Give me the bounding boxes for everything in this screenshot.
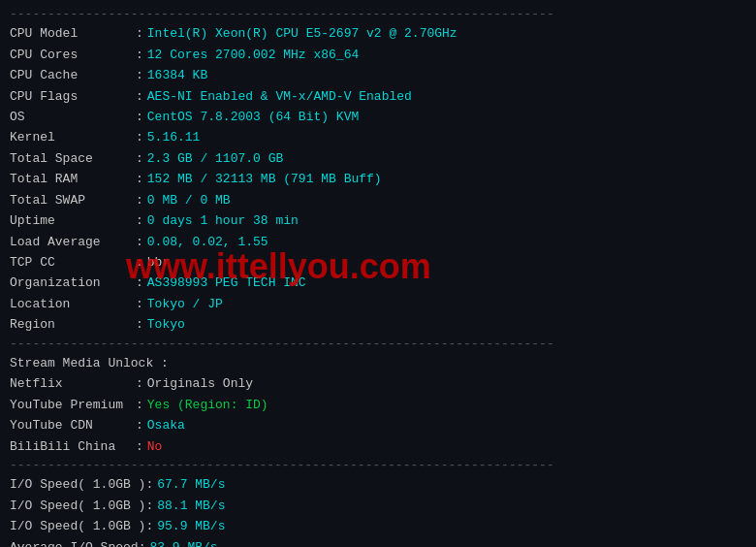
cpu-model-value: Intel(R) Xeon(R) CPU E5-2697 v2 @ 2.70GH… [147,23,457,44]
netflix-label: Netflix [10,373,136,394]
main-container: ----------------------------------------… [10,6,746,547]
uptime-row: Uptime : 0 days 1 hour 38 min [10,210,746,231]
total-space-row: Total Space : 2.3 GB / 1107.0 GB [10,148,746,169]
total-space-value: 2.3 GB / 1107.0 GB [147,148,283,169]
tcp-cc-label: TCP CC [10,252,136,273]
youtube-cdn-value: Osaka [147,415,185,435]
total-ram-value: 152 MB / 32113 MB (791 MB Buff) [147,169,382,189]
avg-io-speed-value: 83.9 MB/s [149,537,217,547]
cpu-cores-row: CPU Cores : 12 Cores 2700.002 MHz x86_64 [10,45,746,65]
avg-io-speed-label: Average I/O Speed [10,537,139,547]
location-label: Location [10,294,136,314]
cpu-cache-value: 16384 KB [147,65,207,85]
location-row: Location : Tokyo / JP [10,294,746,314]
os-label: OS [10,107,136,127]
mid-divider-1: ----------------------------------------… [10,336,746,353]
stream-media-header: Stream Media Unlock : [10,353,169,373]
load-average-label: Load Average [10,232,136,252]
os-row: OS : CentOS 7.8.2003 (64 Bit) KVM [10,107,746,127]
mid-divider-2: ----------------------------------------… [10,457,746,474]
io-speed-2-row: I/O Speed( 1.0GB ) : 88.1 MB/s [10,496,746,516]
total-ram-label: Total RAM [10,169,136,189]
cpu-model-label: CPU Model [10,23,136,44]
cpu-cores-value: 12 Cores 2700.002 MHz x86_64 [147,45,359,65]
kernel-value: 5.16.11 [147,127,201,147]
region-value: Tokyo [147,314,185,335]
youtube-premium-label: YouTube Premium [10,395,136,415]
load-average-value: 0.08, 0.02, 1.55 [147,232,268,252]
region-label: Region [10,314,136,335]
cpu-cache-row: CPU Cache : 16384 KB [10,65,746,85]
total-swap-label: Total SWAP [10,190,136,210]
total-space-label: Total Space [10,148,136,169]
io-speed-3-value: 95.9 MB/s [157,516,225,536]
cpu-cache-label: CPU Cache [10,65,136,85]
region-row: Region : Tokyo [10,314,746,335]
netflix-value: Originals Only [147,373,253,394]
cpu-flags-value: AES-NI Enabled & VM-x/AMD-V Enabled [147,86,412,107]
top-divider: ----------------------------------------… [10,6,746,23]
total-swap-value: 0 MB / 0 MB [147,190,231,210]
organization-value: AS398993 PEG TECH INC [147,273,306,293]
io-speed-2-value: 88.1 MB/s [157,496,225,516]
bilibili-value: No [147,436,163,457]
organization-label: Organization [10,273,136,293]
uptime-label: Uptime [10,210,136,231]
io-speed-3-label: I/O Speed( 1.0GB ) [10,516,145,536]
youtube-premium-row: YouTube Premium : Yes (Region: ID) [10,395,746,415]
load-average-row: Load Average : 0.08, 0.02, 1.55 [10,232,746,252]
tcp-cc-value: bbr [147,252,170,273]
cpu-flags-row: CPU Flags : AES-NI Enabled & VM-x/AMD-V … [10,86,746,107]
total-ram-row: Total RAM : 152 MB / 32113 MB (791 MB Bu… [10,169,746,189]
cpu-flags-label: CPU Flags [10,86,136,107]
io-speed-3-row: I/O Speed( 1.0GB ) : 95.9 MB/s [10,516,746,536]
total-swap-row: Total SWAP : 0 MB / 0 MB [10,190,746,210]
stream-media-header-row: Stream Media Unlock : [10,353,746,373]
io-speed-section: I/O Speed( 1.0GB ) : 67.7 MB/s I/O Speed… [10,474,746,547]
io-speed-2-label: I/O Speed( 1.0GB ) [10,496,145,516]
system-info-section: CPU Model : Intel(R) Xeon(R) CPU E5-2697… [10,23,746,336]
location-value: Tokyo / JP [147,294,223,314]
io-speed-1-row: I/O Speed( 1.0GB ) : 67.7 MB/s [10,474,746,495]
netflix-row: Netflix : Originals Only [10,373,746,394]
youtube-premium-value: Yes (Region: ID) [147,395,268,415]
youtube-cdn-label: YouTube CDN [10,415,136,435]
cpu-model-row: CPU Model : Intel(R) Xeon(R) CPU E5-2697… [10,23,746,44]
io-speed-1-value: 67.7 MB/s [157,474,225,495]
uptime-value: 0 days 1 hour 38 min [147,210,299,231]
tcp-cc-row: TCP CC : bbr [10,252,746,273]
cpu-cores-label: CPU Cores [10,45,136,65]
bilibili-row: BiliBili China : No [10,436,746,457]
avg-io-speed-row: Average I/O Speed : 83.9 MB/s [10,537,746,547]
stream-media-section: Stream Media Unlock : Netflix : Original… [10,353,746,457]
bilibili-label: BiliBili China [10,436,136,457]
youtube-cdn-row: YouTube CDN : Osaka [10,415,746,435]
organization-row: Organization : AS398993 PEG TECH INC [10,273,746,293]
kernel-row: Kernel : 5.16.11 [10,127,746,147]
os-value: CentOS 7.8.2003 (64 Bit) KVM [147,107,359,127]
io-speed-1-label: I/O Speed( 1.0GB ) [10,474,145,495]
kernel-label: Kernel [10,127,136,147]
